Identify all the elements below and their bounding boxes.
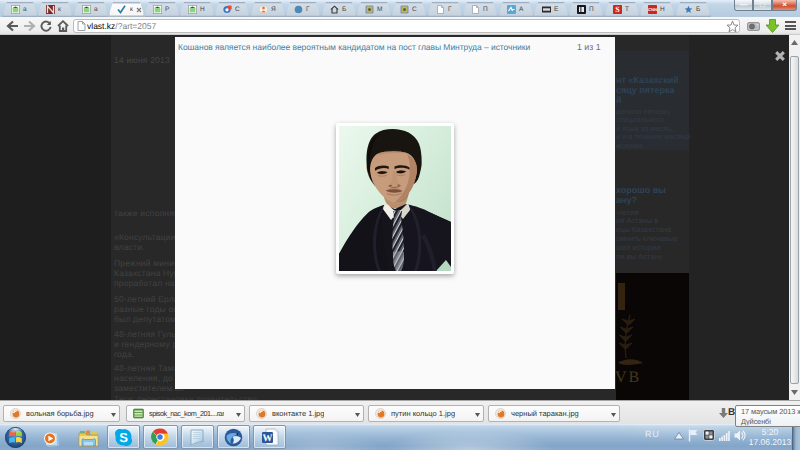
svg-text:CNN: CNN	[648, 7, 657, 12]
svg-text:W: W	[263, 433, 273, 444]
svg-text:S: S	[615, 5, 620, 14]
svg-text:S: S	[119, 430, 128, 445]
